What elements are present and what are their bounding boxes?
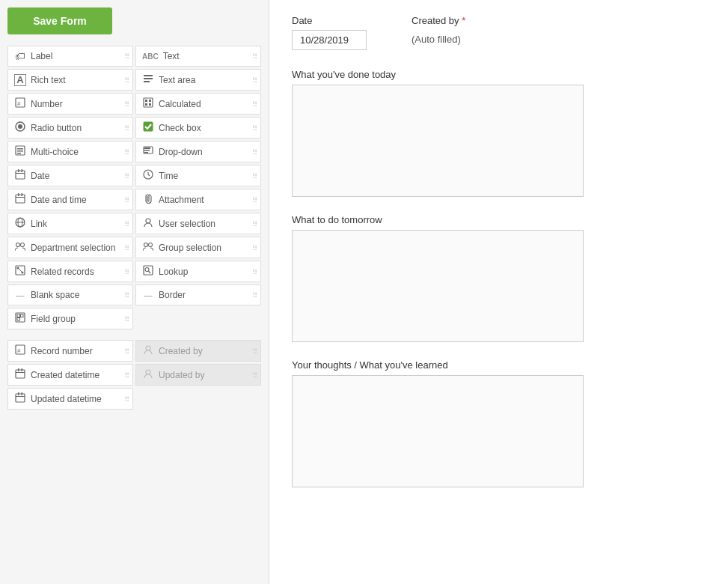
field-item-multi-choice[interactable]: Multi-choice ⠿	[7, 141, 133, 162]
field-group-icon	[14, 312, 26, 325]
field-item-blank-space[interactable]: — Blank space ⠿	[7, 285, 133, 305]
field-grid: 🏷 Label ⠿ ABC Text ⠿ A Rich text ⠿ Text …	[7, 46, 261, 410]
svg-rect-24	[22, 169, 23, 172]
field-item-border[interactable]: — Border ⠿	[135, 285, 261, 305]
field-item-lookup[interactable]: Lookup ⠿	[135, 261, 261, 282]
field-user-selection-text: User selection	[159, 219, 215, 229]
field-item-text-area[interactable]: Text area ⠿	[135, 69, 261, 91]
field-item-rich-text[interactable]: A Rich text ⠿	[7, 69, 133, 91]
svg-rect-57	[16, 394, 25, 402]
field-item-time[interactable]: Time ⠿	[135, 165, 261, 186]
date-input[interactable]	[292, 30, 367, 50]
svg-rect-52	[16, 370, 25, 378]
svg-rect-21	[16, 171, 25, 179]
field-text-area-text: Text area	[159, 75, 195, 85]
field-item-number[interactable]: # Number ⠿	[7, 93, 133, 115]
svg-rect-53	[16, 372, 25, 373]
field-item-radio[interactable]: Radio button ⠿	[7, 117, 133, 139]
updated-datetime-icon	[14, 392, 26, 405]
field-item-field-group[interactable]: Field group ⠿	[7, 308, 133, 329]
field-blank-space-text: Blank space	[31, 290, 79, 300]
field-item-updated-datetime[interactable]: Updated datetime ⠿	[7, 388, 133, 410]
time-icon	[142, 169, 154, 182]
section-thoughts-label: Your thoughts / What you've learned	[292, 359, 706, 371]
svg-rect-9	[149, 103, 151, 106]
section-today-label: What you've done today	[292, 69, 706, 80]
svg-rect-59	[18, 392, 19, 395]
field-text-text: Text	[163, 51, 180, 61]
section-tomorrow-textarea[interactable]	[292, 230, 584, 342]
drag-handle: ⠿	[252, 195, 257, 204]
drag-handle: ⠿	[124, 267, 129, 276]
section-today-textarea[interactable]	[292, 85, 584, 197]
created-by-label: Created by *	[412, 15, 465, 26]
drag-handle: ⠿	[124, 371, 129, 379]
section-today: What you've done today	[292, 69, 706, 199]
drag-handle: ⠿	[124, 219, 129, 228]
save-form-button[interactable]: Save Form	[7, 7, 112, 34]
datetime-icon	[14, 193, 26, 206]
svg-rect-55	[22, 368, 23, 371]
field-item-date-time[interactable]: Date and time ⠿	[7, 189, 133, 210]
drag-handle: ⠿	[252, 171, 257, 180]
field-updated-by-text: Updated by	[159, 370, 204, 380]
field-item-department[interactable]: Department selection ⠿	[7, 237, 133, 258]
field-updated-datetime-text: Updated datetime	[31, 394, 102, 404]
drag-handle: ⠿	[124, 291, 129, 299]
section-thoughts-textarea[interactable]	[292, 375, 584, 487]
field-item-created-datetime[interactable]: Created datetime ⠿	[7, 364, 133, 386]
field-calculated-text: Calculated	[159, 99, 201, 109]
section-thoughts: Your thoughts / What you've learned	[292, 359, 706, 490]
left-panel: Save Form 🏷 Label ⠿ ABC Text ⠿ A Rich te…	[0, 0, 269, 584]
multi-choice-icon	[14, 145, 26, 158]
field-item-updated-by[interactable]: Updated by ⠿	[135, 364, 261, 386]
svg-point-51	[146, 346, 150, 350]
field-item-record-number[interactable]: # Record number ⠿	[7, 340, 133, 362]
drag-handle: ⠿	[124, 76, 129, 84]
text-area-icon	[142, 73, 154, 86]
field-item-label[interactable]: 🏷 Label ⠿	[7, 46, 133, 67]
field-item-checkbox[interactable]: Check box ⠿	[135, 117, 261, 139]
svg-rect-0	[144, 75, 153, 76]
svg-rect-1	[144, 78, 153, 79]
field-created-by-text: Created by	[159, 346, 203, 356]
field-created-datetime-text: Created datetime	[31, 370, 100, 380]
field-item-user-selection[interactable]: User selection ⠿	[135, 213, 261, 234]
svg-rect-58	[16, 396, 25, 397]
group-icon	[142, 241, 154, 254]
field-item-calculated[interactable]: Calculated ⠿	[135, 93, 261, 115]
field-multi-choice-text: Multi-choice	[31, 147, 79, 157]
field-item-dropdown[interactable]: Drop-down ⠿	[135, 141, 261, 162]
number-icon: #	[14, 97, 26, 110]
dropdown-icon	[142, 145, 154, 158]
field-link-text: Link	[31, 219, 47, 229]
field-item-link[interactable]: Link ⠿	[7, 213, 133, 234]
field-item-created-by[interactable]: Created by ⠿	[135, 340, 261, 362]
date-label: Date	[292, 15, 367, 26]
svg-text:#: #	[17, 347, 21, 354]
auto-filled-text: (Auto filled)	[412, 34, 465, 45]
svg-rect-28	[18, 193, 19, 196]
lookup-icon	[142, 265, 154, 278]
field-date-text: Date	[31, 171, 49, 181]
drag-handle: ⠿	[252, 267, 257, 276]
updated-by-icon	[142, 368, 154, 381]
form-header: Date Created by * (Auto filled)	[292, 15, 706, 50]
field-department-text: Department selection	[31, 243, 115, 253]
drag-handle: ⠿	[252, 219, 257, 228]
svg-rect-22	[16, 173, 25, 174]
field-label-text: Label	[31, 51, 52, 61]
field-item-text[interactable]: ABC Text ⠿	[135, 46, 261, 67]
field-item-date[interactable]: Date ⠿	[7, 165, 133, 186]
svg-rect-27	[16, 197, 25, 198]
svg-rect-2	[144, 81, 150, 82]
drag-handle: ⠿	[124, 395, 129, 403]
field-item-related-records[interactable]: Related records ⠿	[7, 261, 133, 282]
svg-rect-16	[17, 153, 21, 154]
department-icon	[14, 241, 26, 254]
field-item-group[interactable]: Group selection ⠿	[135, 237, 261, 258]
svg-rect-8	[145, 103, 147, 106]
svg-rect-6	[145, 100, 147, 102]
field-item-attachment[interactable]: Attachment ⠿	[135, 189, 261, 210]
drag-handle: ⠿	[124, 347, 129, 355]
